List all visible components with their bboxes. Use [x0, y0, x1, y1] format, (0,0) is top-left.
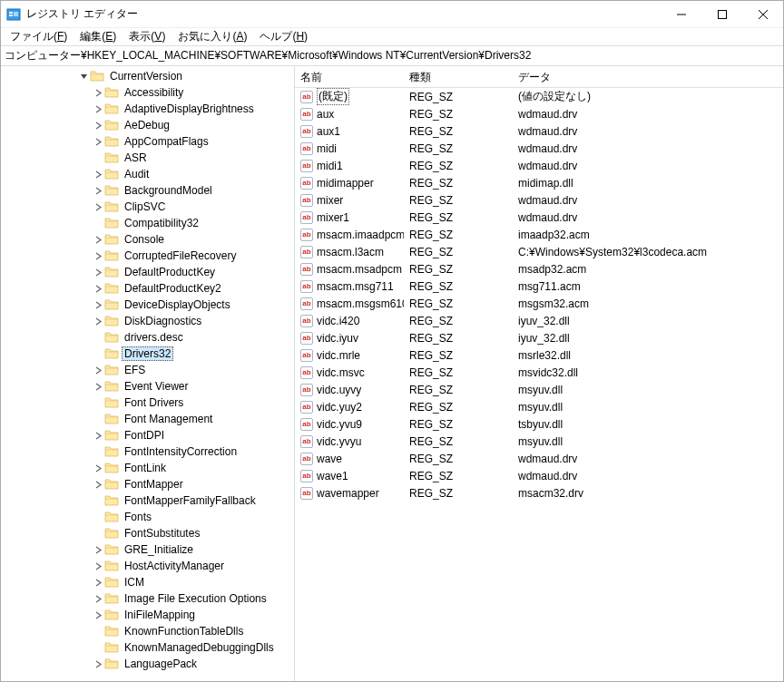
tree-item-defaultproductkey2[interactable]: DefaultProductKey2 [3, 280, 294, 297]
chevron-right-icon[interactable] [92, 658, 104, 670]
tree-item-drivers32[interactable]: Drivers32 [3, 346, 294, 362]
value-row-msacm-imaadpcm[interactable]: abmsacm.imaadpcmREG_SZimaadp32.acm [295, 226, 783, 243]
chevron-right-icon[interactable] [92, 560, 104, 572]
menu-edit[interactable]: 編集(E) [74, 28, 122, 45]
chevron-right-icon[interactable] [92, 86, 104, 99]
tree-item-fontsubstitutes[interactable]: FontSubstitutes [3, 525, 294, 541]
tree-item-fontintensitycorrection[interactable]: FontIntensityCorrection [3, 443, 294, 460]
value-row-vidc-yvyu[interactable]: abvidc.yvyuREG_SZmsyuv.dll [295, 433, 783, 450]
chevron-right-icon[interactable] [92, 315, 104, 327]
chevron-right-icon[interactable] [92, 609, 104, 621]
value-row-vidc-mrle[interactable]: abvidc.mrleREG_SZmsrle32.dll [295, 346, 783, 364]
minimize-button[interactable] [661, 1, 701, 27]
titlebar[interactable]: レジストリ エディター [1, 1, 783, 28]
menu-file[interactable]: ファイル(F) [5, 28, 73, 45]
chevron-right-icon[interactable] [92, 592, 104, 605]
tree-item-fontdpi[interactable]: FontDPI [3, 427, 294, 443]
value-row-midi1[interactable]: abmidi1REG_SZwdmaud.drv [295, 157, 783, 174]
chevron-right-icon[interactable] [92, 543, 104, 556]
chevron-right-icon[interactable] [92, 462, 104, 474]
column-data[interactable]: データ [513, 66, 783, 87]
maximize-button[interactable] [701, 1, 742, 27]
tree-item-efs[interactable]: EFS [3, 362, 294, 378]
value-row-mixer1[interactable]: abmixer1REG_SZwdmaud.drv [295, 209, 783, 226]
value-row-----[interactable]: ab(既定)REG_SZ(値の設定なし) [295, 88, 783, 105]
tree-item-currentversion[interactable]: CurrentVersion [3, 68, 294, 84]
tree-item-appcompatflags[interactable]: AppCompatFlags [3, 133, 294, 150]
value-row-vidc-msvc[interactable]: abvidc.msvcREG_SZmsvidc32.dll [295, 364, 783, 381]
tree-pane[interactable]: CurrentVersionAccessibilityAdaptiveDispl… [1, 66, 295, 681]
tree-item-diskdiagnostics[interactable]: DiskDiagnostics [3, 313, 294, 329]
chevron-down-icon[interactable] [77, 70, 90, 83]
column-name[interactable]: 名前 [295, 66, 404, 87]
value-row-mixer[interactable]: abmixerREG_SZwdmaud.drv [295, 191, 783, 209]
value-row-midi[interactable]: abmidiREG_SZwdmaud.drv [295, 140, 783, 157]
tree-item-asr[interactable]: ASR [3, 150, 294, 166]
tree-item-fontmapper[interactable]: FontMapper [3, 476, 294, 492]
tree-item-event-viewer[interactable]: Event Viewer [3, 378, 294, 395]
value-row-vidc-iyuv[interactable]: abvidc.iyuvREG_SZiyuv_32.dll [295, 329, 783, 346]
list-pane[interactable]: 名前 種類 データ ab(既定)REG_SZ(値の設定なし)abauxREG_S… [295, 66, 783, 681]
value-row-wave[interactable]: abwaveREG_SZwdmaud.drv [295, 450, 783, 467]
tree-item-aedebug[interactable]: AeDebug [3, 117, 294, 133]
chevron-right-icon[interactable] [92, 119, 104, 132]
chevron-right-icon[interactable] [92, 429, 104, 442]
chevron-right-icon[interactable] [92, 266, 104, 278]
chevron-right-icon[interactable] [92, 135, 104, 148]
value-row-vidc-yuy2[interactable]: abvidc.yuy2REG_SZmsyuv.dll [295, 398, 783, 415]
tree-item-font-drivers[interactable]: Font Drivers [3, 395, 294, 411]
column-type[interactable]: 種類 [404, 66, 513, 87]
value-row-vidc-yvu9[interactable]: abvidc.yvu9REG_SZtsbyuv.dll [295, 415, 783, 433]
tree-item-fontmapperfamilyfallback[interactable]: FontMapperFamilyFallback [3, 492, 294, 509]
tree-item-backgroundmodel[interactable]: BackgroundModel [3, 182, 294, 199]
tree-item-inifilemapping[interactable]: IniFileMapping [3, 607, 294, 623]
menu-view[interactable]: 表示(V) [123, 28, 171, 45]
value-row-vidc-uyvy[interactable]: abvidc.uyvyREG_SZmsyuv.dll [295, 381, 783, 398]
tree-item-corruptedfilerecovery[interactable]: CorruptedFileRecovery [3, 248, 294, 264]
tree-item-audit[interactable]: Audit [3, 166, 294, 182]
chevron-right-icon[interactable] [92, 364, 104, 376]
tree-item-font-management[interactable]: Font Management [3, 411, 294, 427]
tree-item-fontlink[interactable]: FontLink [3, 460, 294, 476]
chevron-right-icon[interactable] [92, 380, 104, 393]
tree-item-icm[interactable]: ICM [3, 574, 294, 590]
menu-favorites[interactable]: お気に入り(A) [172, 28, 252, 45]
chevron-right-icon[interactable] [92, 200, 104, 213]
value-row-wavemapper[interactable]: abwavemapperREG_SZmsacm32.drv [295, 484, 783, 502]
value-row-msacm-msadpcm[interactable]: abmsacm.msadpcmREG_SZmsadp32.acm [295, 260, 783, 278]
tree-item-fonts[interactable]: Fonts [3, 509, 294, 525]
chevron-right-icon[interactable] [92, 168, 104, 180]
value-row-wave1[interactable]: abwave1REG_SZwdmaud.drv [295, 467, 783, 484]
value-row-vidc-i420[interactable]: abvidc.i420REG_SZiyuv_32.dll [295, 312, 783, 329]
tree-item-clipsvc[interactable]: ClipSVC [3, 199, 294, 215]
tree-item-gre-initialize[interactable]: GRE_Initialize [3, 541, 294, 558]
value-row-msacm-msg711[interactable]: abmsacm.msg711REG_SZmsg711.acm [295, 278, 783, 295]
menu-help[interactable]: ヘルプ(H) [254, 28, 313, 45]
chevron-right-icon[interactable] [92, 298, 104, 311]
tree-item-knownfunctiontabledlls[interactable]: KnownFunctionTableDlls [3, 623, 294, 639]
address-bar[interactable]: コンピューター¥HKEY_LOCAL_MACHINE¥SOFTWARE¥Micr… [1, 46, 783, 66]
tree-item-languagepack[interactable]: LanguagePack [3, 656, 294, 672]
chevron-right-icon[interactable] [92, 576, 104, 589]
tree-item-image-file-execution-options[interactable]: Image File Execution Options [3, 590, 294, 607]
chevron-right-icon[interactable] [92, 184, 104, 197]
tree-item-console[interactable]: Console [3, 231, 294, 248]
tree-item-accessibility[interactable]: Accessibility [3, 84, 294, 101]
value-row-msacm-msgsm610[interactable]: abmsacm.msgsm610REG_SZmsgsm32.acm [295, 295, 783, 312]
tree-item-adaptivedisplaybrightness[interactable]: AdaptiveDisplayBrightness [3, 101, 294, 117]
tree-item-knownmanageddebuggingdlls[interactable]: KnownManagedDebuggingDlls [3, 639, 294, 656]
value-row-msacm-l3acm[interactable]: abmsacm.l3acmREG_SZC:¥Windows¥System32¥l… [295, 243, 783, 260]
value-row-aux1[interactable]: abaux1REG_SZwdmaud.drv [295, 122, 783, 140]
tree-item-hostactivitymanager[interactable]: HostActivityManager [3, 558, 294, 574]
chevron-right-icon[interactable] [92, 102, 104, 115]
value-row-aux[interactable]: abauxREG_SZwdmaud.drv [295, 105, 783, 122]
chevron-right-icon[interactable] [92, 282, 104, 295]
value-row-midimapper[interactable]: abmidimapperREG_SZmidimap.dll [295, 174, 783, 191]
tree-item-drivers-desc[interactable]: drivers.desc [3, 329, 294, 346]
close-button[interactable] [742, 1, 783, 27]
tree-item-compatibility32[interactable]: Compatibility32 [3, 215, 294, 231]
chevron-right-icon[interactable] [92, 478, 104, 491]
tree-item-devicedisplayobjects[interactable]: DeviceDisplayObjects [3, 297, 294, 313]
chevron-right-icon[interactable] [92, 233, 104, 246]
chevron-right-icon[interactable] [92, 249, 104, 262]
